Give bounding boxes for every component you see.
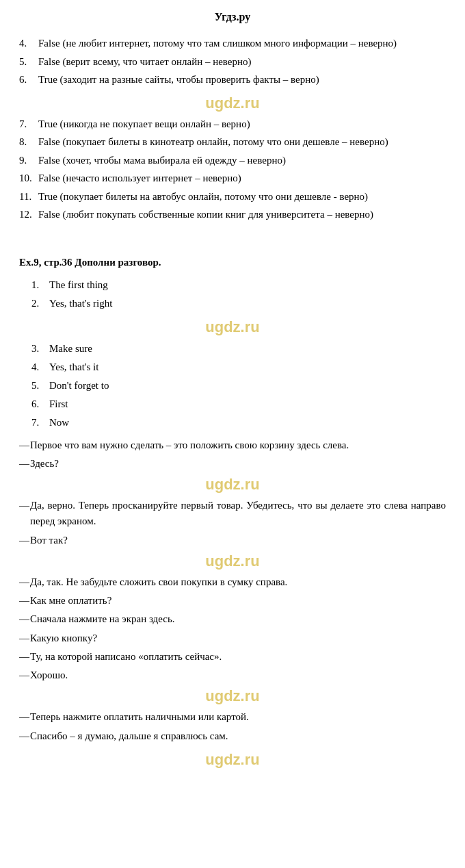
watermark: ugdz.ru <box>19 751 446 769</box>
section2-header: Ex.9, стр.36 Дополни разговор. <box>19 257 446 268</box>
list-item: 9. False (хочет, чтобы мама выбирала ей … <box>19 153 446 168</box>
section2-list: 1. The first thing 2. Yes, that's right <box>31 277 446 311</box>
list-item: 7. Now <box>31 414 446 431</box>
list-item: 4. Yes, that's it <box>31 359 446 375</box>
dialog-line: — Да, верно. Теперь просканируйте первый… <box>19 498 446 530</box>
dialog-line: — Сначала нажмите на экран здесь. <box>19 611 446 627</box>
dialog-line: — Спасибо – я думаю, дальше я справлюсь … <box>19 728 446 744</box>
dialog-line: — Да, так. Не забудьте сложить свои поку… <box>19 574 446 590</box>
watermark: ugdz.ru <box>19 552 446 570</box>
page-header: Угдз.ру <box>0 7 465 27</box>
dialog-line: — Какую кнопку? <box>19 630 446 646</box>
list-item: 8. False (покупает билеты в кинотеатр он… <box>19 134 446 150</box>
list-item: 1. The first thing <box>31 277 446 293</box>
dialog-block: — Первое что вам нужно сделать – это пол… <box>19 437 446 769</box>
dialog-line: — Ту, на которой написано «оплатить сейч… <box>19 649 446 665</box>
list-item: 5. False (верит всему, что читает онлайн… <box>19 54 446 70</box>
list-item: 4. False (не любит интернет, потому что … <box>19 36 446 51</box>
list-item: 2. Yes, that's right <box>31 295 446 311</box>
dialog-line: — Вот так? <box>19 533 446 548</box>
list-item: 6. True (заходит на разные сайты, чтобы … <box>19 72 446 88</box>
watermark: ugdz.ru <box>19 476 446 494</box>
section1-list-2: 7. True (никогда не покупает вещи онлайн… <box>19 116 446 222</box>
dialog-line: — Как мне оплатить? <box>19 593 446 609</box>
dialog-line: — Хорошо. <box>19 667 446 683</box>
watermark: ugdz.ru <box>19 318 446 336</box>
section2-list-2: 3. Make sure 4. Yes, that's it 5. Don't … <box>31 340 446 431</box>
list-item: 7. True (никогда не покупает вещи онлайн… <box>19 116 446 132</box>
watermark: ugdz.ru <box>19 687 446 705</box>
list-item: 3. Make sure <box>31 340 446 357</box>
list-item: 11. True (покупает билеты на автобус онл… <box>19 189 446 205</box>
dialog-line: — Теперь нажмите оплатить наличными или … <box>19 709 446 725</box>
list-item: 5. Don't forget to <box>31 377 446 394</box>
dialog-line: — Здесь? <box>19 456 446 472</box>
list-item: 10. False (нечасто использует интернет –… <box>19 170 446 186</box>
list-item: 6. First <box>31 396 446 412</box>
dialog-line: — Первое что вам нужно сделать – это пол… <box>19 437 446 453</box>
watermark: ugdz.ru <box>19 94 446 112</box>
list-item: 12. False (любит покупать собственные ко… <box>19 207 446 222</box>
section1-list: 4. False (не любит интернет, потому что … <box>19 36 446 88</box>
